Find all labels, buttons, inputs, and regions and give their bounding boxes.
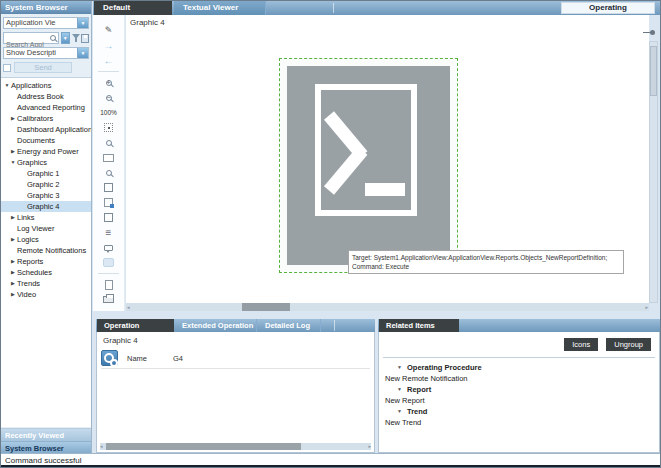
- collapse-icon[interactable]: ▼: [397, 384, 407, 395]
- status-text: Command successful: [5, 456, 81, 465]
- zoom-level-label: 100%: [93, 105, 124, 120]
- scroll-right-icon[interactable]: ▸: [645, 303, 648, 311]
- tree-item-reports[interactable]: ▶Reports: [1, 256, 91, 267]
- search-box[interactable]: [3, 32, 59, 44]
- collapse-icon[interactable]: ▼: [397, 406, 407, 417]
- gears-icon[interactable]: [101, 350, 118, 366]
- related-item-new-report[interactable]: New Report: [379, 395, 659, 406]
- description-selector-dropdown[interactable]: Show Descripti ▼: [3, 47, 89, 59]
- operation-horizontal-scrollbar[interactable]: ◂ ▸: [100, 443, 371, 450]
- zoom-in-icon[interactable]: [93, 75, 124, 90]
- selected-graphic-object[interactable]: [279, 58, 458, 273]
- ungroup-button[interactable]: Ungroup: [606, 338, 651, 351]
- tree-item-energy-and-power[interactable]: ▶Energy and Power: [1, 146, 91, 157]
- canvas-horizontal-scrollbar[interactable]: ◂ ▸: [126, 303, 649, 311]
- view-selector-value: Application Vie: [4, 18, 77, 28]
- tree-item-advanced-reporting[interactable]: Advanced Reporting: [1, 102, 91, 113]
- expand-icon[interactable]: ▶: [9, 212, 17, 223]
- tab-default[interactable]: Default: [94, 1, 172, 15]
- forward-arrow-icon[interactable]: →: [93, 38, 124, 53]
- expand-icon[interactable]: ▶: [9, 289, 17, 300]
- layers-icon[interactable]: ≡: [93, 225, 124, 240]
- tree-item-logics[interactable]: ▶Logics: [1, 234, 91, 245]
- tree-item-applications[interactable]: ▼Applications: [1, 80, 91, 91]
- select-rect-icon[interactable]: [93, 150, 124, 165]
- tab-textual-viewer[interactable]: Textual Viewer: [174, 1, 266, 15]
- print-icon[interactable]: [93, 292, 124, 307]
- zoom-fit-icon[interactable]: [93, 120, 124, 135]
- expand-icon[interactable]: ▶: [9, 146, 17, 157]
- tree-item-documents[interactable]: Documents: [1, 135, 91, 146]
- property-row[interactable]: Name G4: [101, 349, 370, 369]
- crop-icon[interactable]: [93, 180, 124, 195]
- magnifier-icon[interactable]: [93, 165, 124, 180]
- tree-item-remote-notifications[interactable]: Remote Notifications: [1, 245, 91, 256]
- add-viewport-icon[interactable]: [93, 195, 124, 210]
- toolbar-divider: [98, 273, 119, 274]
- tree-item-graphic-1[interactable]: Graphic 1: [1, 168, 91, 179]
- frame-icon[interactable]: [93, 210, 124, 225]
- pen-icon[interactable]: ✎: [93, 23, 124, 38]
- search-row: ▼: [3, 32, 89, 44]
- splitter-pin-icon[interactable]: [643, 30, 655, 35]
- filter-icon[interactable]: [72, 33, 80, 43]
- back-arrow-icon[interactable]: ←: [93, 53, 124, 68]
- scroll-left-icon[interactable]: ◂: [100, 443, 103, 450]
- canvas-title: Graphic 4: [130, 18, 165, 27]
- scrollbar-thumb[interactable]: [106, 443, 301, 450]
- send-button[interactable]: Send: [14, 62, 72, 73]
- recently-viewed-bar[interactable]: Recently Viewed: [1, 428, 91, 441]
- tree-item-video[interactable]: ▶Video: [1, 289, 91, 300]
- expand-icon[interactable]: ▶: [9, 256, 17, 267]
- send-checkbox[interactable]: [3, 64, 11, 72]
- tree-item-dashboard-application[interactable]: Dashboard Application: [1, 124, 91, 135]
- group-icon[interactable]: [93, 255, 124, 270]
- tree-item-graphics[interactable]: ▼Graphics: [1, 157, 91, 168]
- zoom-out-icon[interactable]: [93, 90, 124, 105]
- tab-operation[interactable]: Operation: [97, 319, 174, 332]
- tab-related-items[interactable]: Related Items: [379, 319, 459, 332]
- tab-detailed-log[interactable]: Detailed Log: [258, 319, 321, 332]
- toolbar-divider: [98, 71, 119, 72]
- property-name: Name: [127, 354, 147, 363]
- related-item-new-remote-notification[interactable]: New Remote Notification: [379, 373, 659, 384]
- zoom-region-icon[interactable]: [93, 135, 124, 150]
- callout-icon[interactable]: [93, 240, 124, 255]
- expand-icon[interactable]: ▶: [9, 278, 17, 289]
- collapse-icon[interactable]: ▼: [3, 80, 11, 91]
- collapse-icon[interactable]: ▼: [397, 362, 407, 373]
- graphics-canvas[interactable]: Graphic 4 Target: System1.ApplicationVie…: [126, 15, 649, 303]
- save-filter-icon[interactable]: [81, 34, 89, 43]
- related-item-new-trend[interactable]: New Trend: [379, 417, 659, 428]
- expand-icon[interactable]: ▶: [9, 234, 17, 245]
- expand-icon[interactable]: ▶: [9, 267, 17, 278]
- related-items-panel: Related Items Icons Ungroup ▼Operating P…: [378, 319, 660, 453]
- tree-item-trends[interactable]: ▶Trends: [1, 278, 91, 289]
- search-history-dropdown[interactable]: ▼: [61, 32, 70, 44]
- chevron-down-icon[interactable]: ▼: [77, 48, 88, 58]
- tree-item-links[interactable]: ▶Links: [1, 212, 91, 223]
- window-bottom-edge: [1, 465, 660, 467]
- collapse-icon[interactable]: ▼: [9, 157, 17, 168]
- icons-button[interactable]: Icons: [564, 338, 598, 351]
- scroll-left-icon[interactable]: ◂: [127, 303, 130, 311]
- tree-item-graphic-4-selected[interactable]: Graphic 4: [1, 201, 91, 212]
- expand-icon[interactable]: ▶: [9, 113, 17, 124]
- tree-item-schedules[interactable]: ▶Schedules: [1, 267, 91, 278]
- tree-item-calibrators[interactable]: ▶Calibrators: [1, 113, 91, 124]
- related-group-report: ▼Report New Report: [379, 384, 659, 406]
- operation-panel: Operation Extended Operation Detailed Lo…: [96, 319, 375, 453]
- tab-extended-operation[interactable]: Extended Operation: [175, 319, 257, 332]
- chevron-down-icon[interactable]: ▼: [77, 18, 88, 28]
- console-graphic[interactable]: [287, 66, 450, 265]
- page-icon[interactable]: [93, 277, 124, 292]
- view-selector-dropdown[interactable]: Application Vie ▼: [3, 17, 89, 29]
- tree-item-address-book[interactable]: Address Book: [1, 91, 91, 102]
- tree-item-graphic-3[interactable]: Graphic 3: [1, 190, 91, 201]
- canvas-vertical-scrollbar[interactable]: [649, 41, 658, 303]
- scrollbar-thumb[interactable]: [242, 303, 290, 311]
- tree-item-graphic-2[interactable]: Graphic 2: [1, 179, 91, 190]
- tree-item-log-viewer[interactable]: Log Viewer: [1, 223, 91, 234]
- scroll-right-icon[interactable]: ▸: [368, 443, 371, 450]
- scrollbar-thumb[interactable]: [650, 46, 657, 96]
